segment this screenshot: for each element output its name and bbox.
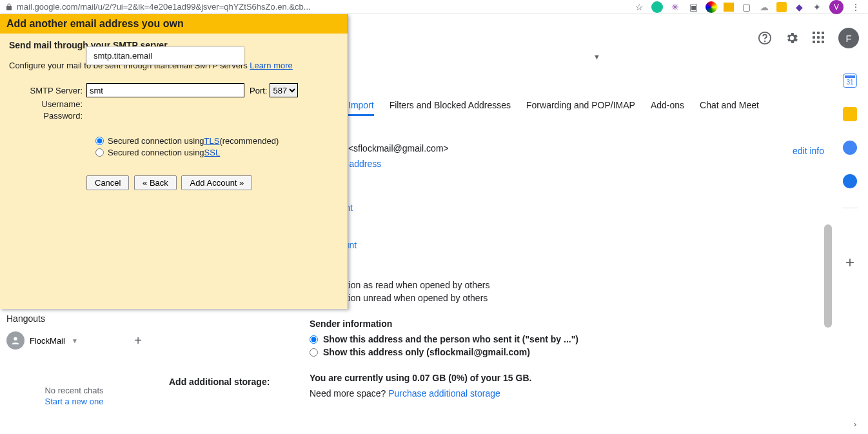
scrollbar[interactable] <box>824 224 832 328</box>
sender-option-2-text: Show this address only (sflockmail@gmail… <box>323 347 530 357</box>
sender-option-1-text: Show this address and the person who sen… <box>323 334 578 344</box>
gear-icon[interactable] <box>784 30 800 46</box>
learn-more-link[interactable]: Learn more <box>250 61 292 70</box>
ext-diamond-icon[interactable]: ◆ <box>793 1 805 13</box>
ssl-radio[interactable] <box>95 148 104 157</box>
expand-panel-icon[interactable]: › <box>854 419 856 429</box>
sender-info-heading: Sender information <box>310 319 392 329</box>
help-icon[interactable] <box>757 30 773 46</box>
apps-grid-icon[interactable] <box>811 30 827 46</box>
ext-bee-icon[interactable] <box>776 2 787 12</box>
tab-addons[interactable]: Add-ons <box>651 100 684 116</box>
hangouts-panel: Hangouts FlockMail ▼ + No recent chats S… <box>0 310 148 406</box>
tab-chat[interactable]: Chat and Meet <box>700 100 759 116</box>
password-label: Password: <box>9 111 86 121</box>
settings-tabs: Import Filters and Blocked Addresses For… <box>348 100 759 116</box>
ssl-link[interactable]: SSL <box>204 148 221 157</box>
lock-icon <box>5 3 13 11</box>
storage-section-label: Add additional storage: <box>169 377 270 387</box>
tasks-icon[interactable] <box>843 141 857 155</box>
account-avatar[interactable]: F <box>838 28 859 48</box>
star-icon[interactable]: ☆ <box>633 1 645 13</box>
storage-usage-text: You are currently using 0.07 GB (0%) of … <box>310 373 531 383</box>
smtp-server-input[interactable] <box>86 83 244 97</box>
search-caret-icon[interactable]: ▼ <box>593 53 600 61</box>
hangouts-user-row[interactable]: FlockMail ▼ + <box>0 328 148 353</box>
tls-radio-row[interactable]: Secured connection using TLS (recommende… <box>95 136 339 146</box>
ext-color-icon[interactable] <box>705 1 717 13</box>
calendar-icon[interactable]: 31 <box>843 74 857 88</box>
ext-box-icon[interactable] <box>724 3 734 12</box>
ext-window-icon[interactable]: ▢ <box>740 1 752 13</box>
side-panel: 31 + <box>832 62 868 271</box>
svg-point-2 <box>14 337 17 340</box>
add-account-button[interactable]: Add Account » <box>181 175 252 190</box>
svg-point-1 <box>765 41 765 42</box>
more-space-text: Need more space? <box>310 388 388 399</box>
username-label: Username: <box>9 99 86 109</box>
hangouts-add-icon[interactable]: + <box>134 333 142 348</box>
ssl-radio-row[interactable]: Secured connection using SSL <box>95 148 339 157</box>
addons-plus-icon[interactable]: + <box>845 253 854 271</box>
extension-icons: ☆ ✳ ▣ ▢ ☁ ◆ ✦ V ⋮ <box>633 0 862 14</box>
browser-address-bar: mail.google.com/mail/u/2/?ui=2&ik=4e20e1… <box>0 0 868 14</box>
cancel-button[interactable]: Cancel <box>86 175 129 190</box>
ext-puzzle-icon[interactable]: ✦ <box>811 1 823 13</box>
purchase-storage-link[interactable]: Purchase additional storage <box>388 388 500 399</box>
sender-option-2-row[interactable]: Show this address only (sflockmail@gmail… <box>310 347 831 357</box>
browser-profile-avatar[interactable]: V <box>829 0 843 14</box>
smtp-autocomplete-suggestion[interactable]: smtp.titan.email <box>86 46 244 65</box>
ext-cloud-icon[interactable]: ☁ <box>758 1 770 13</box>
hangouts-avatar-icon <box>6 331 25 350</box>
port-select[interactable]: 587 <box>270 83 298 97</box>
settings-content: l Support <sflockmail@gmail.com> edit in… <box>310 129 831 404</box>
ext-snowflake-icon[interactable]: ✳ <box>669 1 681 13</box>
back-button[interactable]: « Back <box>134 175 177 190</box>
start-new-chat-link[interactable]: Start a new one <box>0 397 148 406</box>
tls-link[interactable]: TLS <box>204 136 220 146</box>
contacts-icon[interactable] <box>843 174 857 188</box>
popup-title: Add another email address you own <box>0 14 348 34</box>
smtp-server-label: SMTP Server: <box>9 86 86 95</box>
ext-grammarly-icon[interactable] <box>651 1 663 13</box>
browser-menu-icon[interactable]: ⋮ <box>850 1 862 13</box>
no-recent-chats-text: No recent chats <box>44 386 103 395</box>
keep-icon[interactable] <box>843 107 857 121</box>
hangouts-caret-icon[interactable]: ▼ <box>72 337 78 344</box>
sender-radio-2[interactable] <box>310 348 318 357</box>
add-email-popup: Add another email address you own Send m… <box>0 14 348 309</box>
tab-forwarding[interactable]: Forwarding and POP/IMAP <box>526 100 635 116</box>
hangouts-user-name: FlockMail <box>30 336 65 346</box>
edit-info-link[interactable]: edit info <box>793 146 824 156</box>
sender-option-1-row[interactable]: Show this address and the person who sen… <box>310 334 831 344</box>
hangouts-title: Hangouts <box>0 310 148 328</box>
tab-filters[interactable]: Filters and Blocked Addresses <box>390 100 511 116</box>
port-label: Port: <box>250 86 267 95</box>
tab-import[interactable]: Import <box>348 100 374 116</box>
sender-radio-1[interactable] <box>310 335 318 344</box>
tls-radio[interactable] <box>95 137 104 145</box>
ext-camera-icon[interactable]: ▣ <box>687 1 699 13</box>
